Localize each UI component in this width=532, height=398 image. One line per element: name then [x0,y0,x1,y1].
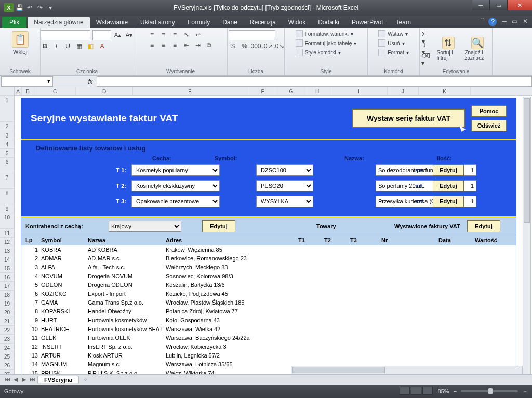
paste-button[interactable]: 📋Wklej [10,30,31,56]
chevron-down-icon[interactable]: ▾ [47,78,50,85]
issue-series-button[interactable]: Wystaw serię faktur VAT [352,109,465,128]
minimize-button[interactable]: ─ [472,0,489,10]
increase-decimal-icon[interactable]: .0↗ [263,42,272,51]
align-bottom-icon[interactable]: ≡ [170,30,180,39]
tab-team[interactable]: Team [390,17,417,28]
help-icon[interactable]: ? [488,18,497,26]
tab-formulas[interactable]: Formuły [181,17,216,28]
align-right-icon[interactable]: ≡ [170,40,180,50]
table-row[interactable]: 7GAMAGama Trans Sp.z o.o.Wrocław, Piastó… [21,298,516,307]
t3-edit-button[interactable]: Edytuj [433,196,464,207]
formula-input[interactable] [97,76,532,87]
tab-nav-prev-icon[interactable]: ◀ [11,376,20,383]
tab-review[interactable]: Recenzja [244,17,282,28]
conditional-formatting-button[interactable]: Formatow. warunk. ▾ [296,30,357,37]
t1-symbol-select[interactable]: DZSO100 [256,164,313,176]
kontrahenci-edit-button[interactable]: Edytuj [202,220,235,232]
fx-icon[interactable]: fx [84,78,97,85]
bold-icon[interactable]: B [41,42,50,51]
percent-icon[interactable]: % [240,42,249,51]
cells-insert-button[interactable]: Wstaw ▾ [378,30,409,37]
new-sheet-icon[interactable]: ✧ [80,376,91,383]
t1-edit-button[interactable]: Edytuj [433,164,464,176]
merge-icon[interactable]: ⧉ [205,40,214,50]
workbook-minimize-icon[interactable]: ─ [502,18,507,26]
sheet-tab-active[interactable]: FVSeryjna [37,376,79,383]
comma-icon[interactable]: 000 [251,42,261,51]
table-row[interactable]: 9HURTHurtownia kosmetykówKoło, Gospodarn… [21,316,516,325]
table-row[interactable]: 6KOZICKOExport - ImportKozicko, Podjazdo… [21,290,516,298]
font-size-combo[interactable] [92,30,111,40]
sort-filter-button[interactable]: ⇅Sortuj i filtruj [436,36,461,62]
tab-nav-last-icon[interactable]: ⏭ [28,376,36,383]
italic-icon[interactable]: I [52,42,61,51]
t2-edit-button[interactable]: Edytuj [433,180,464,191]
align-left-icon[interactable]: ≡ [148,40,157,50]
tab-nav-first-icon[interactable]: ⏮ [3,376,11,383]
workbook-close-icon[interactable]: ✕ [523,18,528,26]
table-row[interactable]: 13ARTURKiosk ARTURLublin, Legnicka 57/2 [21,351,516,360]
cells-delete-button[interactable]: Usuń ▾ [378,39,409,47]
vertical-scrollbar[interactable] [523,97,531,374]
t3-cecha-select[interactable]: Opakowanie prezentowe [131,196,220,207]
tab-data[interactable]: Dane [216,17,244,28]
tab-powerpivot[interactable]: PowerPivot [345,17,390,28]
tab-page-layout[interactable]: Układ strony [134,17,181,28]
zoom-level[interactable]: 85% [438,388,449,394]
zoom-out-icon[interactable]: − [454,388,457,394]
ribbon-minimize-icon[interactable]: ˇ [481,18,483,26]
table-row[interactable]: 2ADMARAD-MAR s.c.Bierkowice, Romanowskie… [21,254,516,263]
number-format-combo[interactable] [229,30,275,40]
horizontal-scrollbar[interactable] [291,366,523,374]
table-row[interactable]: 10BEATRICEHurtownia kosmetyków BEATWarsz… [21,325,516,334]
zoom-in-icon[interactable]: ＋ [522,388,528,395]
row-headers[interactable]: 1234567891011121314151617181920212223242… [0,87,15,385]
workbook-restore-icon[interactable]: ▭ [512,18,517,26]
align-top-icon[interactable]: ≡ [148,30,157,39]
font-color-icon[interactable]: A [98,42,107,51]
table-row[interactable]: 5ODEONDrogeria ODEONKoszalin, Bałtycka 1… [21,281,516,290]
decrease-indent-icon[interactable]: ⇤ [182,40,191,50]
t2-symbol-select[interactable]: PESO20 [256,180,313,191]
orientation-icon[interactable]: ⤡ [182,30,191,39]
t3-symbol-select[interactable]: WYSYLKA [256,196,313,207]
zoom-slider[interactable] [461,390,518,392]
clear-icon[interactable]: ⌫ ▾ [421,55,431,64]
file-tab[interactable]: Plik [2,17,26,28]
align-center-icon[interactable]: ≡ [159,40,168,50]
cells-format-button[interactable]: Format ▾ [378,49,409,56]
grow-font-icon[interactable]: A▴ [113,31,123,40]
format-as-table-button[interactable]: Formatuj jako tabelę ▾ [296,39,357,47]
table-row[interactable]: 1KOBRAAD KOBRAKraków, Więzienna 85 [21,245,516,254]
maximize-button[interactable]: ▭ [489,0,507,10]
view-buttons[interactable] [400,387,434,396]
faktury-edit-button[interactable]: Edytuj [467,220,500,232]
font-combo[interactable] [41,30,90,40]
find-select-button[interactable]: 🔍Znajdź i zaznacz [464,36,491,62]
cell-styles-button[interactable]: Style komórki ▾ [296,49,357,56]
tab-insert[interactable]: Wstawianie [90,17,134,28]
table-row[interactable]: 11OLEKHurtownia OLEKWarszawa, Baczyńskie… [21,334,516,342]
t1-cecha-select[interactable]: Kosmetyk popularny [131,164,220,176]
help-button[interactable]: Pomoc [471,105,507,117]
table-row[interactable]: 8KOPARSKIHandel ObwoźnyPolanica Zdrój, K… [21,307,516,316]
table-row[interactable]: 4NOVUMDrogeria NOVUMSosnowiec, Kolorowa … [21,272,516,281]
close-button[interactable]: ✕ [507,0,532,10]
tab-view[interactable]: Widok [282,17,312,28]
t2-cecha-select[interactable]: Kosmetyk ekskluzywny [131,180,220,191]
underline-icon[interactable]: U [63,42,73,51]
fill-color-icon[interactable]: ◧ [86,42,96,51]
kontrahenci-select[interactable]: Krajowy [109,221,181,232]
name-box[interactable]: ▾ [1,76,53,87]
align-middle-icon[interactable]: ≡ [159,30,168,39]
tab-home[interactable]: Narzędzia główne [28,17,89,28]
border-icon[interactable]: ▦ [75,42,84,51]
qat-redo-icon[interactable]: ↷ [35,3,45,12]
refresh-button[interactable]: Odśwież [471,120,507,131]
currency-icon[interactable]: $ [229,42,238,51]
wrap-text-icon[interactable]: ↩ [193,30,203,39]
tab-nav-next-icon[interactable]: ▶ [20,376,28,383]
tab-addins[interactable]: Dodatki [312,17,345,28]
table-row[interactable]: 12INSERTInsERT Sp. z o.o.Wrocław, Kobier… [21,342,516,351]
decrease-decimal-icon[interactable]: .0↘ [274,42,284,51]
